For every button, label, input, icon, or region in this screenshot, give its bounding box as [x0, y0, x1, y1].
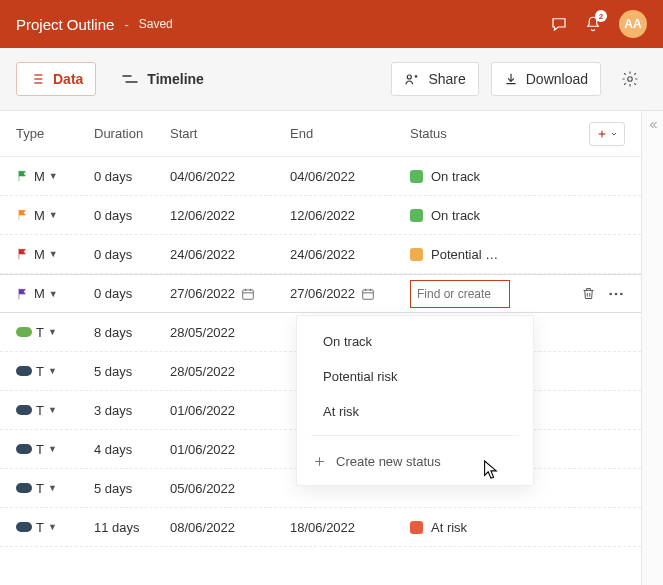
- svg-point-8: [408, 75, 412, 79]
- table-row[interactable]: M▼0 days24/06/202224/06/2022Potential …: [0, 235, 641, 274]
- status-cell[interactable]: At risk: [410, 519, 579, 535]
- col-end-header[interactable]: End: [290, 126, 410, 141]
- duration-cell[interactable]: 8 days: [94, 325, 170, 340]
- table-row[interactable]: M▼0 days27/06/202227/06/2022: [0, 274, 641, 313]
- duration-cell[interactable]: 5 days: [94, 481, 170, 496]
- end-date-cell[interactable]: 18/06/2022: [290, 520, 410, 535]
- start-date-cell[interactable]: 01/06/2022: [170, 442, 290, 457]
- end-date-cell[interactable]: 04/06/2022: [290, 169, 410, 184]
- svg-rect-16: [363, 289, 374, 298]
- col-start-header[interactable]: Start: [170, 126, 290, 141]
- start-date-cell[interactable]: 28/05/2022: [170, 364, 290, 379]
- timeline-view-label: Timeline: [147, 71, 204, 87]
- comments-icon[interactable]: [547, 12, 571, 36]
- duration-cell[interactable]: 0 days: [94, 247, 170, 262]
- task-pill-icon: [16, 405, 32, 415]
- calendar-icon[interactable]: [241, 287, 255, 301]
- task-pill-icon: [16, 366, 32, 376]
- status-cell[interactable]: Potential …: [410, 246, 579, 262]
- end-date-cell[interactable]: 24/06/2022: [290, 247, 410, 262]
- avatar[interactable]: AA: [619, 10, 647, 38]
- dropdown-divider: [311, 435, 519, 436]
- table-row[interactable]: T▼11 days08/06/202218/06/2022At risk: [0, 508, 641, 547]
- status-color-swatch: [410, 170, 423, 183]
- status-cell[interactable]: On track: [410, 168, 579, 184]
- svg-point-22: [620, 292, 623, 295]
- share-button[interactable]: Share: [391, 62, 478, 96]
- row-more-button[interactable]: [607, 285, 625, 303]
- duration-cell[interactable]: 0 days: [94, 169, 170, 184]
- col-type-header[interactable]: Type: [8, 126, 94, 141]
- data-view-button[interactable]: Data: [16, 62, 96, 96]
- status-cell[interactable]: [410, 280, 579, 308]
- svg-point-21: [615, 292, 618, 295]
- cursor-icon: [481, 459, 499, 481]
- notification-badge: 2: [595, 10, 607, 22]
- toolbar: Data Timeline Share Download: [0, 48, 663, 111]
- type-caret-icon[interactable]: ▼: [48, 327, 57, 337]
- status-label: Potential …: [431, 247, 498, 262]
- type-caret-icon[interactable]: ▼: [48, 405, 57, 415]
- end-date-cell[interactable]: 27/06/2022: [290, 286, 410, 301]
- duration-cell[interactable]: 11 days: [94, 520, 170, 535]
- status-option[interactable]: On track: [297, 324, 533, 359]
- start-date-cell[interactable]: 28/05/2022: [170, 325, 290, 340]
- title-separator: -: [124, 17, 128, 32]
- start-date-cell[interactable]: 12/06/2022: [170, 208, 290, 223]
- duration-cell[interactable]: 5 days: [94, 364, 170, 379]
- status-label: On track: [431, 169, 480, 184]
- type-caret-icon[interactable]: ▼: [49, 171, 58, 181]
- type-caret-icon[interactable]: ▼: [49, 289, 58, 299]
- type-label: T: [36, 481, 44, 496]
- collapsed-side-panel[interactable]: [641, 111, 663, 585]
- status-option[interactable]: At risk: [297, 394, 533, 429]
- table-row[interactable]: M▼0 days04/06/202204/06/2022On track: [0, 157, 641, 196]
- data-view-label: Data: [53, 71, 83, 87]
- col-status-header[interactable]: Status: [410, 126, 579, 141]
- calendar-icon[interactable]: [361, 287, 375, 301]
- status-color-swatch: [410, 248, 423, 261]
- create-new-status[interactable]: Create new status: [297, 442, 533, 477]
- type-caret-icon[interactable]: ▼: [48, 483, 57, 493]
- type-caret-icon[interactable]: ▼: [48, 444, 57, 454]
- start-date-cell[interactable]: 01/06/2022: [170, 403, 290, 418]
- timeline-view-button[interactable]: Timeline: [108, 62, 217, 96]
- add-column-button[interactable]: [589, 122, 625, 146]
- duration-cell[interactable]: 4 days: [94, 442, 170, 457]
- duration-cell[interactable]: 0 days: [94, 286, 170, 301]
- start-date-cell[interactable]: 08/06/2022: [170, 520, 290, 535]
- flag-icon: [16, 287, 30, 301]
- start-date-cell[interactable]: 05/06/2022: [170, 481, 290, 496]
- settings-icon[interactable]: [613, 62, 647, 96]
- type-caret-icon[interactable]: ▼: [48, 366, 57, 376]
- status-color-swatch: [410, 209, 423, 222]
- type-label: M: [34, 208, 45, 223]
- type-caret-icon[interactable]: ▼: [49, 249, 58, 259]
- type-label: T: [36, 364, 44, 379]
- status-option-label: At risk: [323, 404, 359, 419]
- task-pill-icon: [16, 327, 32, 337]
- type-caret-icon[interactable]: ▼: [48, 522, 57, 532]
- table-row[interactable]: M▼0 days12/06/202212/06/2022On track: [0, 196, 641, 235]
- type-caret-icon[interactable]: ▼: [49, 210, 58, 220]
- start-date-cell[interactable]: 27/06/2022: [170, 286, 290, 301]
- start-date-cell[interactable]: 04/06/2022: [170, 169, 290, 184]
- download-label: Download: [526, 71, 588, 87]
- type-label: T: [36, 442, 44, 457]
- svg-point-20: [609, 292, 612, 295]
- flag-icon: [16, 208, 30, 222]
- status-option[interactable]: Potential risk: [297, 359, 533, 394]
- type-label: M: [34, 247, 45, 262]
- type-label: M: [34, 169, 45, 184]
- status-input[interactable]: [410, 280, 510, 308]
- save-status: Saved: [139, 17, 173, 31]
- duration-cell[interactable]: 0 days: [94, 208, 170, 223]
- download-button[interactable]: Download: [491, 62, 601, 96]
- start-date-cell[interactable]: 24/06/2022: [170, 247, 290, 262]
- end-date-cell[interactable]: 12/06/2022: [290, 208, 410, 223]
- status-cell[interactable]: On track: [410, 207, 579, 223]
- duration-cell[interactable]: 3 days: [94, 403, 170, 418]
- delete-row-button[interactable]: [579, 285, 597, 303]
- notifications-icon[interactable]: 2: [581, 12, 605, 36]
- col-duration-header[interactable]: Duration: [94, 126, 170, 141]
